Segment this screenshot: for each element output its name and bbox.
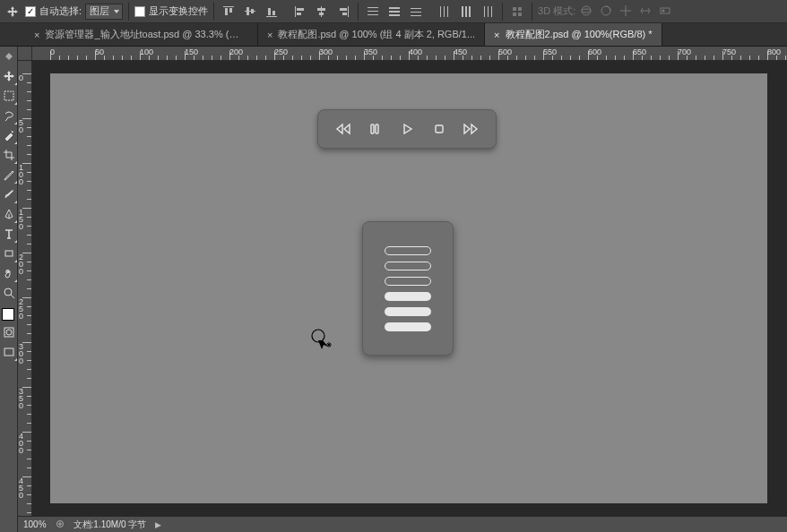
move-tool[interactable]: [0, 66, 18, 86]
tab-title: 教程配图.psd @ 100% (组 4 副本 2, RGB/1...: [278, 28, 475, 41]
distribute-right-icon[interactable]: [479, 3, 497, 21]
svg-rect-6: [266, 16, 277, 17]
close-tab-icon[interactable]: ×: [34, 30, 39, 40]
3d-pan-icon[interactable]: [618, 4, 635, 20]
svg-point-54: [312, 330, 324, 342]
hand-tool[interactable]: [0, 263, 18, 283]
3d-scale-icon[interactable]: [658, 4, 674, 20]
distribute-top-icon[interactable]: [364, 3, 382, 21]
align-right-edges-icon[interactable]: [334, 3, 352, 21]
list-bar: [385, 277, 431, 286]
brush-tool[interactable]: [0, 184, 18, 204]
color-swatch[interactable]: [0, 306, 17, 322]
svg-rect-39: [518, 13, 522, 16]
svg-rect-12: [321, 6, 322, 17]
3d-mode-label: 3D 模式:: [538, 4, 575, 18]
list-bar: [385, 292, 431, 301]
rectangle-tool[interactable]: [0, 244, 18, 263]
align-vcenter-icon[interactable]: [241, 3, 259, 21]
svg-point-49: [6, 330, 12, 335]
svg-rect-45: [4, 91, 13, 100]
screen-mode-icon[interactable]: [0, 342, 18, 362]
horizontal-ruler[interactable]: 0501001502002503003504004505005506006507…: [32, 47, 787, 61]
svg-rect-52: [376, 124, 378, 133]
marquee-tool[interactable]: [0, 86, 18, 106]
svg-rect-35: [491, 6, 492, 17]
auto-select-mode-select[interactable]: 图层: [85, 4, 123, 20]
svg-rect-5: [251, 9, 254, 13]
lasso-tool[interactable]: [0, 106, 18, 125]
expand-handle-icon[interactable]: [0, 47, 18, 66]
fast-forward-icon[interactable]: [461, 119, 480, 139]
canvas-viewport[interactable]: [32, 61, 783, 516]
zoom-level[interactable]: 100%: [23, 519, 47, 529]
stop-icon[interactable]: [429, 119, 449, 139]
ruler-origin[interactable]: [18, 47, 32, 61]
auto-select-checkbox[interactable]: [25, 6, 36, 17]
svg-rect-3: [245, 11, 255, 12]
close-tab-icon[interactable]: ×: [494, 30, 499, 40]
svg-rect-46: [5, 251, 13, 256]
align-left-edges-icon[interactable]: [291, 3, 309, 21]
svg-rect-36: [513, 7, 516, 11]
list-bar: [385, 246, 431, 255]
quick-mask-icon[interactable]: [0, 322, 18, 342]
svg-rect-25: [411, 12, 421, 13]
svg-rect-37: [518, 7, 522, 11]
align-bottom-edges-icon[interactable]: [263, 3, 281, 21]
svg-rect-1: [225, 8, 228, 15]
status-expand-icon[interactable]: [56, 519, 65, 530]
rewind-icon[interactable]: [333, 119, 353, 139]
options-bar: 自动选择: 图层 显示变换控件 3D 模式:: [0, 0, 787, 23]
document-tab[interactable]: × 教程配图.psd @ 100% (组 4 副本 2, RGB/1...: [258, 23, 485, 46]
svg-rect-29: [447, 6, 448, 17]
play-icon[interactable]: [397, 119, 417, 139]
pen-tool[interactable]: [0, 204, 18, 224]
auto-align-icon[interactable]: [508, 3, 526, 21]
distribute-bottom-icon[interactable]: [407, 3, 425, 21]
chevron-right-icon[interactable]: ▶: [155, 520, 161, 529]
svg-rect-21: [389, 7, 400, 9]
svg-rect-13: [317, 8, 325, 11]
show-transform-checkbox[interactable]: [134, 6, 145, 17]
distribute-hcenter-icon[interactable]: [457, 3, 475, 21]
svg-rect-0: [223, 6, 234, 7]
svg-rect-19: [368, 11, 378, 12]
document-area: 0501001502002503003504004505005506006507…: [18, 47, 787, 516]
document-tab[interactable]: × 资源管理器_输入地址toast.psd @ 33.3% (组 25, RG.…: [25, 23, 258, 46]
crop-tool[interactable]: [0, 145, 18, 165]
3d-orbit-icon[interactable]: [579, 4, 595, 20]
type-tool[interactable]: [0, 224, 18, 244]
tab-title: 资源管理器_输入地址toast.psd @ 33.3% (组 25, RG...: [45, 28, 248, 41]
list-bar: [385, 262, 431, 270]
document-tab[interactable]: × 教程配图2.psd @ 100%(RGB/8) *: [485, 23, 662, 46]
tool-panel: [0, 47, 18, 532]
divider: [128, 3, 129, 21]
distribute-vcenter-icon[interactable]: [385, 3, 403, 21]
vertical-ruler[interactable]: 050100150200250300350400450: [18, 61, 32, 516]
svg-rect-23: [389, 14, 400, 16]
divider: [213, 3, 214, 21]
wand-tool[interactable]: [0, 125, 18, 145]
align-hcenter-icon[interactable]: [313, 3, 331, 21]
eyedropper-tool[interactable]: [0, 165, 18, 184]
svg-rect-17: [342, 13, 347, 15]
svg-rect-51: [371, 124, 374, 133]
svg-rect-53: [436, 125, 443, 133]
move-cursor-icon: [310, 328, 335, 355]
svg-point-47: [4, 288, 12, 296]
canvas[interactable]: [50, 73, 767, 503]
zoom-tool[interactable]: [0, 283, 18, 303]
doc-info: 文档:1.10M/0 字节: [74, 519, 147, 531]
3d-slide-icon[interactable]: [638, 4, 654, 20]
3d-roll-icon[interactable]: [599, 4, 615, 20]
svg-rect-20: [368, 14, 378, 15]
3d-mode-icons: [579, 4, 674, 20]
svg-rect-14: [319, 13, 324, 15]
svg-rect-26: [411, 15, 421, 16]
align-top-edges-icon[interactable]: [220, 3, 238, 21]
pause-icon[interactable]: [365, 119, 385, 139]
close-tab-icon[interactable]: ×: [267, 30, 272, 40]
distribute-left-icon[interactable]: [436, 3, 454, 21]
svg-rect-34: [488, 6, 489, 17]
